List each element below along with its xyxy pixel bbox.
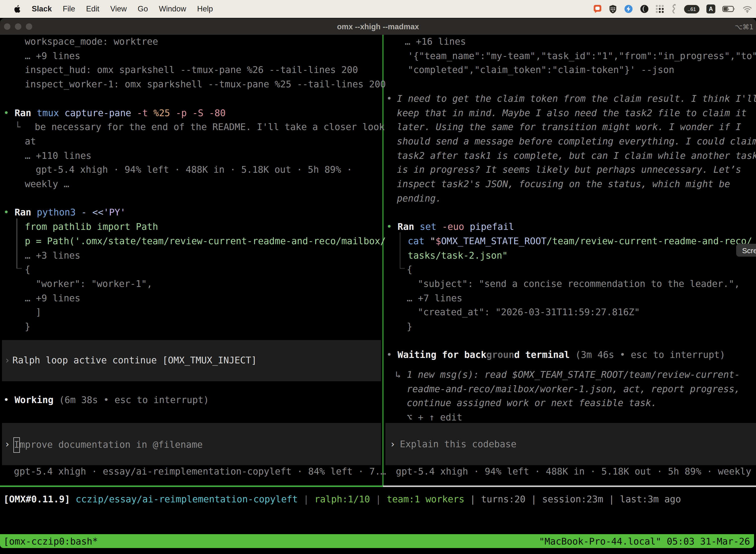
terminal-line: … +9 lines [25,49,80,63]
mailbox-msg-line: readme-and-reco/mailbox/worker-1.json, a… [407,382,740,396]
dots-grid-icon[interactable] [656,5,664,13]
waiting-status: • Waiting for background terminal (3m 46… [386,348,725,363]
left-input-placeholder[interactable]: Improve documentation in @filename [14,437,203,451]
screen-share-overlay-button[interactable]: Scre [736,244,756,257]
terminal-line: inspect_worker-1: omx sparkshell --tmux-… [25,77,386,92]
mailbox-msg-line: 1 new msg(s): read $OMX_TEAM_STATE_ROOT/… [407,368,740,382]
indent-guide [399,232,400,269]
battery-charging-icon[interactable] [722,5,736,12]
bullet-icon: • [3,395,9,405]
code-line: from pathlib import Path [25,220,158,234]
thinking-line: keep that in mind. Maybe I also need the… [397,106,747,120]
thinking-line: pending. [397,191,441,206]
terminal-line: } [407,320,412,334]
menu-file[interactable]: File [63,4,75,13]
pane-divider[interactable] [382,35,383,486]
msg-arrow-icon: ↳ [395,368,401,382]
terminal-line: "created_at": "2026-03-31T11:59:27.816Z" [418,306,640,320]
terminal-line: "completed","claim_token":"claim-token"}… [408,63,674,77]
apple-menu-icon[interactable] [13,4,21,13]
terminal-line: … +9 lines [25,291,80,305]
prompt-icon: › [4,353,10,368]
terminal-line: inspect_hud: omx sparkshell --tmux-pane … [25,63,358,77]
wifi-icon[interactable] [743,5,752,13]
terminal-line: } [25,320,30,334]
ran-tmux-command: • Ran tmux capture-pane -t %25 -p -S -80 [3,106,226,120]
menu-edit[interactable]: Edit [86,4,99,13]
right-input-placeholder[interactable]: Explain this codebase [400,437,516,451]
thinking-line: task2 after task1 is complete, but can I… [397,149,756,163]
chat-app-icon[interactable] [593,4,602,13]
indent-guide [399,268,404,269]
thinking-line: I need to get the claim token from the c… [397,92,756,106]
terminal-line: … +7 lines [407,291,462,305]
omx-status-line: [OMX#0.11.9] cczip/essay/ai-reimplementa… [3,492,681,507]
working-status: • Working (6m 38s • esc to interrupt) [3,393,209,407]
cat-command-line: cat "$OMX_TEAM_STATE_ROOT/team/review-cu… [408,234,752,248]
terminal-line: workspace_mode: worktree [25,35,158,49]
thinking-line: should send a message before completing … [397,134,756,149]
ran-set-command: • Ran set -euo pipefail [386,220,514,234]
terminal-line: "worker": "worker-1", [36,277,152,291]
indent-guide [16,268,22,269]
menu-view[interactable]: View [110,4,127,13]
thinking-line: later. Using the same for transition mig… [397,120,741,134]
ralph-loop-text: Ralph loop active continue [OMX_TMUX_INJ… [12,353,257,368]
menu-window[interactable]: Window [159,4,186,13]
battery-badge-icon[interactable]: ..61 [684,5,699,13]
terminal-line: "subject": "send a concise recommendatio… [418,277,740,291]
bullet-icon: • [3,107,9,118]
terminal-line: … +16 lines [405,35,466,49]
left-status-line: gpt-5.4 xhigh · essay/ai-reimplementatio… [14,465,386,479]
screen: Slack File Edit View Go Window Help [0,0,756,554]
prompt-icon: › [4,437,10,451]
terminal-line: { [407,263,412,277]
terminal-line: gpt-5.4 xhigh · 94% left · 488K in · 5.1… [36,163,352,177]
prompt-icon: › [390,437,395,451]
terminal-content: workspace_mode: worktree … +9 lines insp… [0,35,756,554]
right-pane-border [383,486,756,487]
terminal-line: ] [36,306,41,320]
terminal-line: at [25,134,36,149]
tmux-host-clock: "MacBook-Pro-44.local" 05:03 31-Mar-26 [539,536,754,546]
bullet-icon: • [386,350,392,360]
window-title: omx --xhigh --madmax [0,18,756,35]
menu-bar: Slack File Edit View Go Window Help [0,0,756,18]
window-shortcut: ⌥⌘1 [735,18,754,35]
terminal-line: be necessary for the end of the README. … [35,120,385,134]
left-pane-border [0,486,383,487]
bullet-icon: • [386,221,392,232]
bullet-icon: • [3,207,9,218]
shield-grid-icon[interactable] [609,4,617,14]
menu-help[interactable]: Help [197,4,213,13]
menu-go[interactable]: Go [138,4,148,13]
bolt-circle-icon[interactable] [624,4,633,13]
window-title-bar: omx --xhigh --madmax ⌥⌘1 [0,18,756,35]
menu-app-name[interactable]: Slack [32,4,52,13]
bullet-icon: • [386,92,392,106]
indent-guide [16,218,17,269]
terminal-line: { [25,263,30,277]
tmux-status-bar: [omx-cczip0:bash* "MacBook-Pro-44.local"… [0,534,754,548]
right-status-line: gpt-5.4 xhigh · 94% left · 488K in · 5.1… [396,465,756,479]
cat-command-line: tasks/task-2.json" [408,248,508,263]
keyboard-layout-icon[interactable]: A [706,4,715,13]
terminal-line: … +110 lines [25,149,91,163]
terminal-line: … +3 lines [25,248,80,263]
terminal-line: weekly … [25,177,69,191]
thinking-line: inspect task2's JSON, focusing on the st… [397,177,730,191]
ran-python-command: • Ran python3 - <<'PY' [3,206,126,220]
thinking-line: is in progress? It seems likely but perh… [397,163,741,177]
crescent-circle-icon[interactable] [640,4,649,13]
terminal-line: '{"team_name":"my-team","task_id":"1","f… [408,49,756,63]
tmux-session-name[interactable]: [omx-cczip0:bash* [0,536,98,546]
text-cursor: I [13,437,20,452]
tree-corner-icon: └ [15,120,20,134]
dragon-icon[interactable] [671,4,677,14]
mailbox-msg-line: continue assigned work or next feasible … [407,396,657,410]
edit-hint: ⌥ + ↑ edit [407,410,462,425]
code-line: p = Path('.omx/state/team/review-current… [25,234,386,248]
